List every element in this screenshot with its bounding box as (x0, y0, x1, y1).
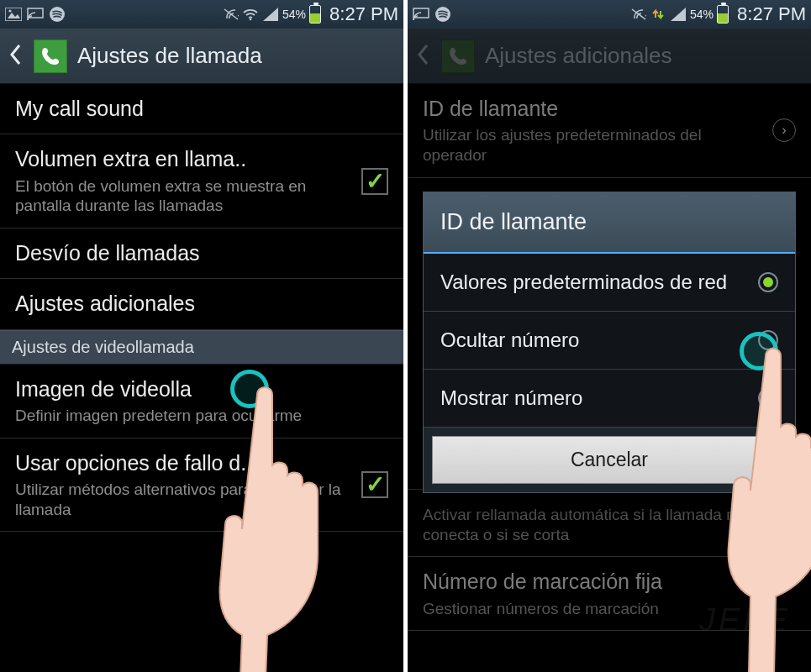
option-label: Ocultar número (440, 328, 748, 352)
item-my-call-sound[interactable]: My call sound (0, 84, 403, 134)
checkbox-extra-volume[interactable] (361, 168, 388, 195)
item-videocall-image[interactable]: Imagen de videolla Definir imagen predet… (0, 365, 403, 438)
vibrate-icon (629, 6, 646, 23)
vibrate-icon (222, 6, 239, 23)
cast-icon (27, 6, 44, 23)
phone-app-icon (441, 39, 475, 73)
item-additional-settings[interactable]: Ajustes adicionales (0, 279, 403, 329)
item-title: Imagen de videolla (15, 376, 388, 402)
item-subtitle: Activar rellamada automática si la llama… (423, 505, 796, 545)
action-bar[interactable]: Ajustes de llamada (0, 29, 403, 84)
svg-point-2 (8, 9, 11, 12)
checkbox-fallback[interactable] (361, 471, 388, 498)
cast-icon (413, 6, 429, 23)
phone-app-icon (34, 39, 67, 73)
section-header-videocall: Ajustes de videollamada (0, 330, 403, 365)
option-network-default[interactable]: Valores predeterminados de red (424, 254, 795, 312)
battery-indicator: 54% (282, 5, 321, 24)
item-auto-redial: Activar rellamada automática si la llama… (408, 489, 811, 558)
option-hide-number[interactable]: Ocultar número (424, 312, 795, 370)
item-subtitle: Utilizar métodos alternativos para reint… (15, 480, 351, 520)
battery-indicator: 54% (690, 5, 729, 24)
page-title: Ajustes de llamada (77, 43, 262, 69)
status-bar: 54% 8:27 PM (0, 0, 403, 29)
gallery-icon (5, 6, 22, 23)
battery-pct: 54% (282, 8, 306, 21)
action-bar: Ajustes adicionales (408, 29, 811, 84)
status-bar: 54% 8:27 PM (408, 0, 811, 29)
item-caller-id: ID de llamante Utilizar los ajustes pred… (408, 84, 811, 178)
option-label: Mostrar número (440, 386, 748, 410)
item-subtitle: Utilizar los ajustes predeterminados del… (423, 125, 762, 165)
signal-icon (670, 6, 687, 23)
item-title: Número de marcación fija (423, 569, 796, 595)
signal-icon (262, 6, 279, 23)
svg-marker-6 (263, 8, 278, 21)
caller-id-dialog: ID de llamante Valores predeterminados d… (423, 192, 796, 493)
page-title: Ajustes adicionales (485, 43, 672, 69)
back-icon (416, 43, 431, 70)
svg-point-5 (250, 18, 252, 21)
radio-icon[interactable] (758, 388, 778, 408)
wifi-icon (242, 6, 259, 23)
item-title: Usar opciones de fallo d.. (15, 450, 351, 476)
item-fallback-options[interactable]: Usar opciones de fallo d.. Utilizar méto… (0, 438, 403, 533)
battery-pct: 54% (690, 8, 714, 21)
settings-list[interactable]: My call sound Volumen extra en llama.. E… (0, 84, 403, 532)
chevron-right-icon: › (772, 118, 796, 142)
item-call-forwarding[interactable]: Desvío de llamadas (0, 228, 403, 279)
item-extra-volume[interactable]: Volumen extra en llama.. El botón de vol… (0, 134, 403, 228)
item-title: Desvío de llamadas (15, 240, 388, 266)
item-title: My call sound (15, 96, 388, 122)
item-subtitle: El botón de volumen extra se muestra en … (15, 176, 351, 217)
item-subtitle: Gestionar números de marcación (423, 599, 796, 619)
radio-icon[interactable] (758, 330, 778, 350)
option-label: Valores predeterminados de red (440, 270, 748, 294)
screen-call-settings: 54% 8:27 PM Ajustes de llamada My call s… (0, 0, 403, 672)
screen-additional-settings: 54% 8:27 PM Ajustes adicionales ID de ll… (408, 0, 811, 672)
item-fixed-dial: Número de marcación fija Gestionar númer… (408, 557, 811, 631)
spotify-icon (434, 6, 451, 23)
item-title: ID de llamante (423, 96, 762, 122)
svg-marker-9 (671, 8, 686, 21)
radio-selected-icon[interactable] (758, 272, 778, 292)
clock: 8:27 PM (329, 3, 398, 25)
svg-rect-0 (5, 8, 22, 21)
back-icon[interactable] (8, 43, 24, 70)
clock: 8:27 PM (737, 3, 806, 25)
item-title: Volumen extra en llama.. (15, 146, 351, 172)
item-title: Ajustes adicionales (15, 291, 388, 317)
option-show-number[interactable]: Mostrar número (424, 370, 795, 428)
data-arrows-icon (650, 6, 666, 23)
cancel-button[interactable]: Cancelar (432, 436, 787, 484)
spotify-icon (49, 6, 66, 23)
dialog-title: ID de llamante (424, 192, 795, 254)
item-subtitle: Definir imagen predetern para ocultarme (15, 406, 388, 426)
svg-marker-1 (8, 13, 20, 18)
